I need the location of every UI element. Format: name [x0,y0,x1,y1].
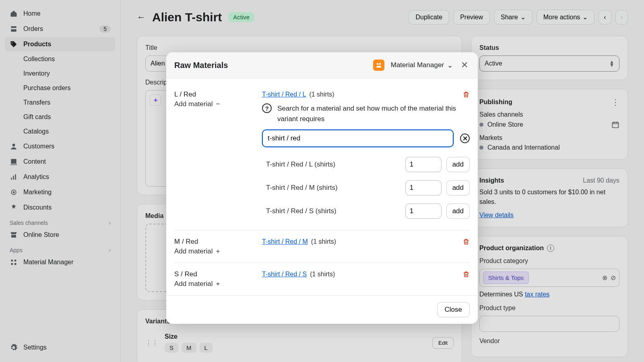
plus-icon: + [216,280,220,288]
variant-s-red: S / Red Add material+ T-shirt / Red / S … [174,263,470,295]
material-link[interactable]: T-shirt / Red / M [262,238,308,245]
modal-footer: Close [166,295,478,324]
help-text: Search for a material and set how much o… [277,103,470,124]
variant-name: M / Red [174,238,259,246]
search-result: T-shirt / Red / L (shirts) add [262,153,470,176]
modal-title: Raw Materials [174,61,367,70]
raw-materials-modal: Raw Materials Material Manager⌄ ✕ L / Re… [166,52,478,324]
quantity-input[interactable] [405,180,442,195]
close-icon[interactable]: ✕ [459,60,470,70]
material-manager-dropdown[interactable]: Material Manager⌄ [391,61,453,70]
minus-icon: − [216,100,220,108]
material-link[interactable]: T-shirt / Red / S [262,271,307,278]
material-qty: (1 shirts) [310,271,335,278]
add-material-toggle[interactable]: Add material+ [174,280,259,288]
add-button[interactable]: add [446,157,470,172]
variant-l-red: L / Red Add material− T-shirt / Red / L … [174,83,470,230]
material-qty: (1 shirts) [311,238,336,245]
material-manager-icon [373,60,384,71]
material-qty: (1 shirts) [309,91,334,98]
trash-icon[interactable] [462,270,470,278]
variant-name: S / Red [174,270,259,278]
add-button[interactable]: add [446,180,470,195]
modal-overlay: Raw Materials Material Manager⌄ ✕ L / Re… [0,0,644,362]
add-material-toggle[interactable]: Add material+ [174,247,259,255]
quantity-input[interactable] [405,204,442,219]
trash-icon[interactable] [462,238,470,246]
add-material-toggle[interactable]: Add material− [174,100,259,108]
chevron-down-icon: ⌄ [447,61,453,70]
plus-icon: + [216,247,220,255]
modal-header: Raw Materials Material Manager⌄ ✕ [166,52,478,78]
quantity-input[interactable] [405,157,442,172]
variant-m-red: M / Red Add material+ T-shirt / Red / M … [174,230,470,263]
clear-search-icon[interactable]: ✕ [460,134,470,143]
svg-point-9 [379,63,381,65]
trash-icon[interactable] [462,90,470,99]
svg-point-8 [376,63,378,65]
material-search-input[interactable] [262,130,454,147]
result-label: T-shirt / Red / M (shirts) [266,184,400,192]
close-button[interactable]: Close [437,302,470,317]
add-button[interactable]: add [446,204,470,219]
result-label: T-shirt / Red / L (shirts) [266,160,400,169]
result-label: T-shirt / Red / S (shirts) [266,207,400,215]
variant-name: L / Red [174,90,259,99]
search-result: T-shirt / Red / S (shirts) add [262,200,470,223]
search-result: T-shirt / Red / M (shirts) add [262,176,470,200]
help-icon: ? [262,103,272,113]
material-link[interactable]: T-shirt / Red / L [262,91,306,98]
